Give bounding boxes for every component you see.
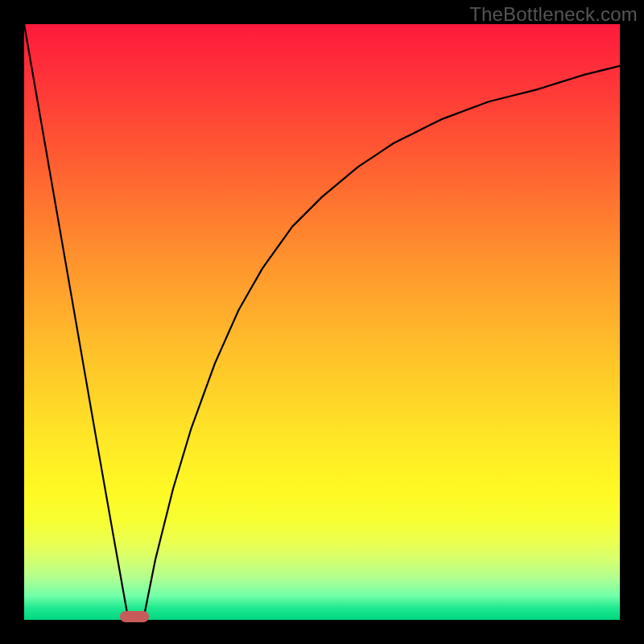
curve-path bbox=[24, 24, 620, 620]
optimum-marker bbox=[120, 611, 149, 622]
bottleneck-curve bbox=[24, 24, 620, 620]
plot-area bbox=[24, 24, 620, 620]
watermark-text: TheBottleneck.com bbox=[469, 3, 638, 26]
chart-frame: TheBottleneck.com bbox=[0, 0, 644, 644]
